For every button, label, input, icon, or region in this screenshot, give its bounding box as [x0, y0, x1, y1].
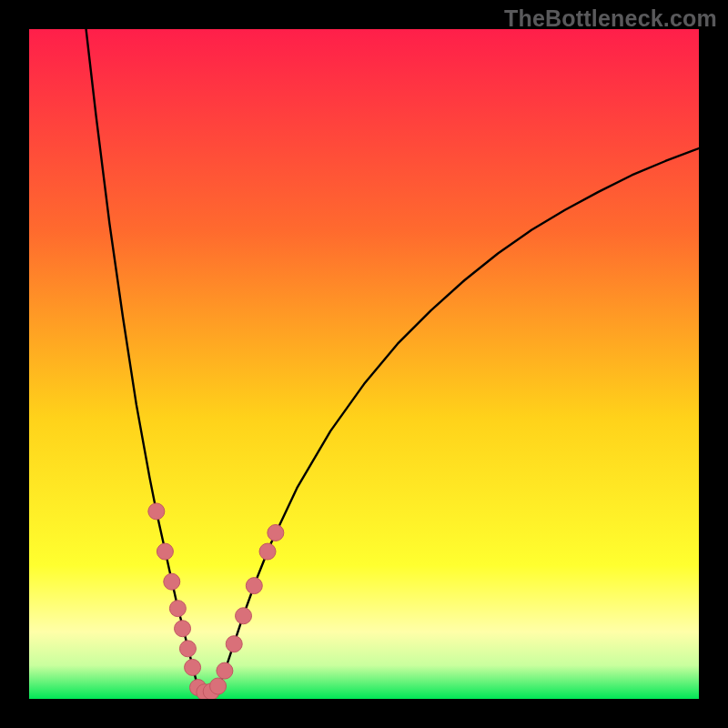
data-point [217, 662, 233, 679]
data-point [268, 524, 284, 541]
data-point [148, 503, 165, 520]
data-point [164, 573, 180, 590]
data-point [246, 578, 262, 594]
data-point [179, 641, 196, 657]
data-point [175, 621, 191, 637]
data-point [185, 659, 201, 675]
data-point [236, 608, 252, 624]
data-point [210, 678, 227, 694]
watermark-text: TheBottleneck.com [504, 5, 717, 32]
chart-svg [29, 29, 699, 699]
data-point [226, 636, 242, 652]
data-point [169, 601, 186, 617]
chart-plot-area [29, 29, 699, 699]
outer-frame: TheBottleneck.com [0, 0, 728, 728]
data-point [259, 543, 276, 560]
data-point [157, 543, 173, 560]
